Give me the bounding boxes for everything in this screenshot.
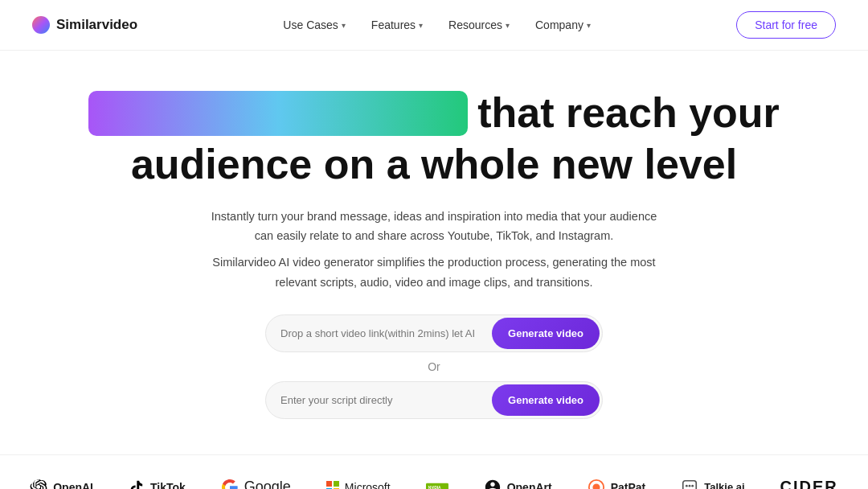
tiktok-label: TikTok [150, 481, 186, 489]
openai-icon [30, 479, 47, 489]
hero-desc-1: Instantly turn your brand message, ideas… [201, 207, 667, 246]
logo[interactable]: Similarvideo [32, 16, 137, 34]
chevron-down-icon: ▾ [587, 21, 591, 30]
hero-headline: that reach your audience on a whole new … [32, 89, 836, 189]
openart-label: OpenArt [507, 481, 552, 489]
chevron-down-icon: ▾ [506, 21, 510, 30]
talkie-icon [681, 479, 698, 489]
logo-icon [32, 16, 50, 34]
svg-point-5 [686, 484, 688, 487]
microsoft-logo: Microsoft [326, 481, 391, 489]
talkie-label: Talkie.ai [704, 481, 744, 489]
video-link-input-row: Generate video [265, 314, 603, 352]
cider-logo: CIDER [780, 478, 838, 489]
patpat-label: PatPat [611, 481, 646, 489]
svg-text:NVIDIA: NVIDIA [428, 486, 440, 489]
talkie-logo: Talkie.ai [681, 479, 744, 489]
openai-logo: OpenAI [30, 479, 93, 489]
patpat-logo: PatPat [588, 479, 646, 489]
openart-logo: OpenArt [484, 479, 552, 489]
svg-point-6 [689, 484, 691, 487]
nav-resources[interactable]: Resources ▾ [448, 18, 510, 31]
microsoft-label: Microsoft [345, 481, 391, 489]
input-section: Generate video Or Generate video [32, 314, 836, 419]
chevron-down-icon: ▾ [419, 21, 423, 30]
video-link-input[interactable] [266, 317, 489, 350]
svg-point-3 [592, 483, 600, 489]
generate-video-button-1[interactable]: Generate video [492, 318, 600, 349]
microsoft-icon [326, 481, 339, 489]
tiktok-icon [129, 479, 145, 489]
script-input[interactable] [266, 384, 489, 417]
script-input-row: Generate video [265, 381, 603, 419]
nav-company[interactable]: Company ▾ [535, 18, 591, 31]
generate-video-button-2[interactable]: Generate video [492, 384, 600, 416]
or-divider: Or [428, 360, 440, 373]
cider-label: CIDER [780, 478, 838, 489]
hero-line1-text: that reach your [477, 89, 780, 138]
partner-logos: OpenAI TikTok Google Microsoft [0, 454, 868, 489]
hero-section: that reach your audience on a whole new … [0, 51, 868, 443]
google-logo: Google [221, 479, 291, 489]
logo-text: Similarvideo [56, 17, 137, 33]
nvidia-logo: NVIDIA [426, 480, 448, 489]
nav-cta: Start for free [736, 11, 836, 39]
google-icon [221, 479, 239, 489]
nav-features[interactable]: Features ▾ [371, 18, 423, 31]
patpat-icon [588, 479, 605, 489]
svg-point-7 [692, 484, 694, 487]
gradient-bar [88, 91, 468, 136]
hero-description: Instantly turn your brand message, ideas… [201, 207, 667, 293]
nav-use-cases[interactable]: Use Cases ▾ [283, 18, 345, 31]
google-label: Google [244, 479, 291, 489]
hero-line1: that reach your [32, 89, 836, 138]
hero-line2: audience on a whole new level [32, 141, 836, 189]
openai-label: OpenAI [53, 481, 93, 489]
openart-icon [484, 479, 502, 489]
nvidia-icon: NVIDIA [426, 480, 448, 489]
hero-desc-2: Similarvideo AI video generator simplifi… [201, 253, 667, 292]
chevron-down-icon: ▾ [342, 21, 346, 30]
navbar: Similarvideo Use Cases ▾ Features ▾ Reso… [0, 0, 868, 51]
start-free-button[interactable]: Start for free [736, 11, 836, 39]
tiktok-logo: TikTok [129, 479, 186, 489]
nav-links: Use Cases ▾ Features ▾ Resources ▾ Compa… [283, 18, 591, 31]
